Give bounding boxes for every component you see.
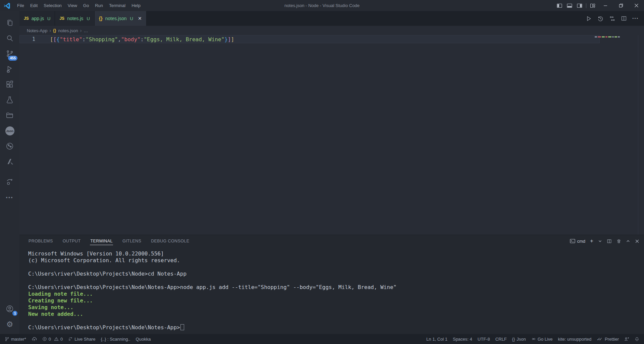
menu-item[interactable]: Selection [41, 0, 64, 11]
restore-button[interactable] [613, 0, 629, 11]
double-check-icon: ✓✓ [597, 337, 601, 342]
code-token: [ [53, 36, 57, 43]
json-file-icon: {} [53, 28, 56, 33]
scanning-status[interactable]: {..} : Scanning.. [98, 334, 133, 344]
close-panel-icon[interactable] [635, 239, 639, 243]
split-editor-icon[interactable] [621, 15, 627, 21]
publish-changes-button[interactable] [29, 334, 40, 344]
go-live-button[interactable]: Go Live [529, 334, 555, 344]
panel-tab[interactable]: DEBUG CONSOLE [151, 237, 190, 245]
timeline-history-icon[interactable] [597, 15, 604, 22]
eol-status[interactable]: CRLF [493, 334, 509, 344]
menu-item[interactable]: Terminal [106, 0, 128, 11]
terminal-line: Microsoft Windows [Version 10.0.22000.55… [28, 250, 644, 257]
run-file-icon[interactable] [586, 15, 592, 22]
menu-item[interactable]: Go [80, 0, 92, 11]
kite-status[interactable]: kite: unsupported [555, 334, 594, 344]
json-tools-icon[interactable]: Json [2, 123, 18, 138]
account-badge: 1 [12, 311, 17, 316]
titlebar-separator [586, 3, 586, 8]
encoding-status[interactable]: UTF-8 [475, 334, 493, 344]
menu-item[interactable]: Edit [27, 0, 41, 11]
cursor-position[interactable]: Ln 1, Col 1 [424, 334, 450, 344]
kill-terminal-icon[interactable] [616, 239, 621, 244]
chevron-right-icon: › [49, 28, 51, 33]
toggle-panel-icon[interactable] [565, 0, 575, 11]
testing-beaker-icon[interactable] [2, 92, 18, 108]
live-share-icon[interactable] [2, 174, 18, 189]
project-folder-icon[interactable] [2, 108, 18, 123]
terminal-dropdown-icon[interactable] [598, 239, 602, 243]
title-bar: FileEditSelectionViewGoRunTerminalHelp n… [0, 0, 644, 11]
search-icon[interactable] [2, 31, 18, 46]
toggle-secondary-sidebar-icon[interactable] [575, 0, 585, 11]
customize-layout-icon[interactable] [588, 0, 598, 11]
file-type-icon: {} [99, 16, 103, 21]
panel-tab[interactable]: PROBLEMS [28, 237, 53, 245]
new-terminal-icon[interactable]: + [590, 238, 593, 244]
terminal-line: Saving note... [28, 304, 644, 311]
breadcrumb[interactable]: Notes-App › {} notes.json › … [19, 26, 644, 35]
menu-item[interactable]: View [65, 0, 80, 11]
minimap-segment [614, 36, 617, 38]
language-mode[interactable]: {} Json [509, 334, 529, 344]
minimap[interactable] [595, 36, 620, 38]
notifications-bell-icon[interactable] [632, 334, 642, 344]
toggle-sidebar-icon[interactable] [554, 0, 565, 11]
more-actions-icon[interactable]: ··· [632, 15, 639, 21]
settings-gear-icon[interactable]: ⚙ [2, 317, 18, 332]
split-terminal-icon[interactable] [607, 239, 612, 244]
git-graph-icon[interactable] [2, 138, 18, 154]
code-editor[interactable]: 1 [[{"title":"Shopping","body":"Eggs, Mi… [19, 35, 644, 235]
panel-tab[interactable]: TERMINAL [90, 237, 113, 245]
panel-header: PROBLEMSOUTPUTTERMINALGITLENSDEBUG CONSO… [19, 235, 644, 247]
editor-tab[interactable]: {} notes.json U ✕ [95, 11, 147, 26]
breadcrumb-file[interactable]: notes.json [58, 28, 78, 33]
azure-icon[interactable] [2, 154, 18, 169]
indentation-status[interactable]: Spaces: 4 [450, 334, 475, 344]
menu-item[interactable]: Help [128, 0, 144, 11]
tab-bar: JS app.js U ✕ JS notes.js U ✕ {} notes.j… [19, 11, 644, 26]
terminal-icon [570, 239, 575, 243]
error-icon [42, 337, 47, 341]
terminal-line: Loading note file... [28, 291, 644, 297]
code-token: ] [228, 36, 231, 43]
minimize-button[interactable] [598, 0, 613, 11]
more-views-icon[interactable]: ••• [2, 189, 18, 205]
minimap-segment [605, 36, 607, 38]
activity-bar: 455 Json [0, 11, 19, 334]
live-share-status[interactable]: Live Share [65, 334, 98, 344]
account-icon[interactable]: 1 [2, 301, 18, 317]
shell-selector[interactable]: cmd [570, 239, 586, 244]
editor-tab[interactable]: JS notes.js U ✕ [55, 11, 94, 26]
file-type-icon: JS [59, 16, 64, 21]
close-window-button[interactable] [629, 0, 644, 11]
source-control-icon[interactable]: 455 [2, 46, 18, 61]
panel-tab[interactable]: OUTPUT [62, 237, 81, 245]
maximize-panel-icon[interactable] [626, 239, 630, 243]
tab-close-icon[interactable]: ✕ [138, 16, 142, 21]
open-changes-icon[interactable] [609, 15, 615, 22]
file-type-icon: JS [24, 16, 29, 21]
terminal-output[interactable]: Microsoft Windows [Version 10.0.22000.55… [19, 247, 644, 334]
breadcrumb-folder[interactable]: Notes-App [27, 28, 47, 33]
quokka-status[interactable]: Quokka [133, 334, 154, 344]
git-branch-status[interactable]: master* [2, 334, 29, 344]
panel-tab[interactable]: GITLENS [122, 237, 142, 245]
minimap-segment [602, 36, 605, 38]
terminal-line: (c) Microsoft Corporation. All rights re… [28, 257, 644, 264]
menu-item[interactable]: Run [92, 0, 106, 11]
problems-status[interactable]: 0 0 [40, 334, 65, 344]
editor-tab[interactable]: JS app.js U ✕ [19, 11, 55, 26]
minimap-segment [595, 36, 597, 38]
explorer-icon[interactable] [2, 15, 18, 31]
tab-modified-badge: U [47, 16, 50, 21]
extensions-icon[interactable] [2, 77, 18, 92]
breadcrumb-more[interactable]: … [84, 28, 88, 33]
editor-actions: ··· [586, 11, 644, 26]
run-debug-icon[interactable] [2, 61, 18, 77]
feedback-icon[interactable] [622, 334, 632, 344]
menu-item[interactable]: File [14, 0, 27, 11]
minimap-segment [608, 36, 611, 38]
prettier-status[interactable]: ✓✓ Prettier [594, 334, 622, 344]
